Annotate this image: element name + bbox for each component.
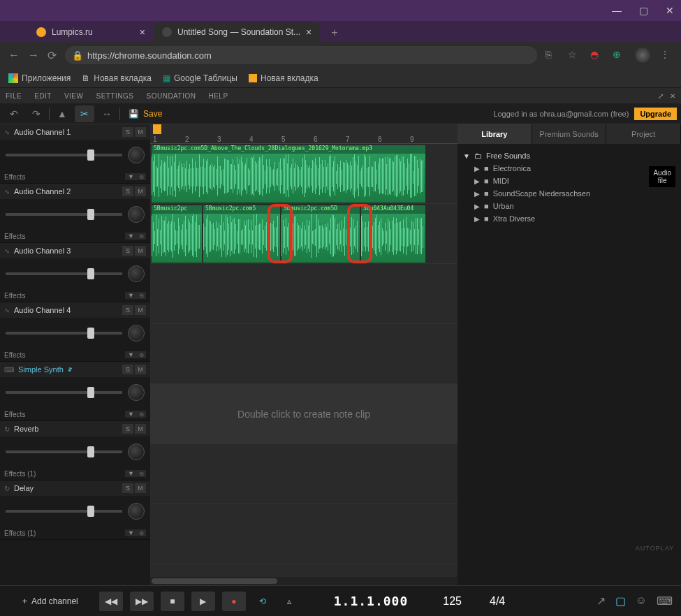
- solo-button[interactable]: S: [122, 483, 133, 493]
- chevron-down-icon[interactable]: ▼: [128, 411, 134, 418]
- pan-knob[interactable]: [128, 443, 145, 460]
- rewind-button[interactable]: ◀◀: [99, 592, 123, 611]
- scrollbar-thumb[interactable]: [152, 578, 277, 584]
- volume-slider[interactable]: [6, 272, 122, 275]
- chevron-down-icon[interactable]: ▼: [128, 233, 134, 240]
- fx-add-icon[interactable]: ⎋: [140, 529, 143, 536]
- add-channel-button[interactable]: + Add channel: [8, 596, 92, 606]
- volume-slider[interactable]: [6, 450, 122, 453]
- menu-help[interactable]: HELP: [208, 92, 228, 100]
- chevron-down-icon[interactable]: ▼: [128, 351, 134, 358]
- solo-button[interactable]: S: [122, 305, 133, 315]
- nav-forward-icon[interactable]: →: [28, 49, 39, 61]
- channel-fx-row[interactable]: Effects ▼⎋: [0, 289, 150, 302]
- nav-reload-icon[interactable]: ⟳: [47, 49, 57, 62]
- star-icon[interactable]: ☆: [568, 49, 580, 61]
- mute-button[interactable]: M: [135, 186, 146, 196]
- expand-icon[interactable]: ⤢: [658, 92, 664, 100]
- tree-item[interactable]: ▶■SoundScape Niedersachsen: [463, 187, 675, 200]
- channel-header[interactable]: ∿ Audio Channel 2 SM: [0, 184, 150, 199]
- pan-knob[interactable]: [128, 206, 145, 223]
- channel-header[interactable]: ↻ Delay SM: [0, 481, 150, 496]
- share-icon[interactable]: ↗: [596, 594, 606, 608]
- pan-knob[interactable]: [128, 265, 145, 282]
- autoplay-label[interactable]: AUTOPLAY: [636, 545, 674, 552]
- pointer-tool[interactable]: ▲: [52, 105, 72, 122]
- solo-button[interactable]: S: [122, 186, 133, 196]
- stretch-tool[interactable]: ↔: [97, 105, 117, 122]
- channel-header[interactable]: ∿ Audio Channel 3 SM: [0, 243, 150, 258]
- channel-fx-row[interactable]: Effects (1) ▼⎋: [0, 527, 150, 539]
- channel-fx-row[interactable]: Effects ▼⎋: [0, 408, 150, 420]
- audio-clip[interactable]: 5Bmusic2pc.com5D_Above_The_Clouds_28Dial…: [152, 145, 425, 203]
- fx-add-icon[interactable]: ⎋: [140, 173, 143, 180]
- tree-root[interactable]: ▼ 🗀 Free Sounds: [463, 149, 675, 162]
- position-display[interactable]: 1.1.1.000: [334, 594, 409, 608]
- tab-premium[interactable]: Premium Sounds: [532, 124, 607, 144]
- window-close[interactable]: ✕: [666, 5, 674, 16]
- tree-item[interactable]: ▶■Urban: [463, 200, 675, 212]
- pan-knob[interactable]: [128, 503, 145, 520]
- mute-button[interactable]: M: [135, 246, 146, 256]
- browser-tab-soundation[interactable]: Untitled Song — Soundation St... ×: [154, 22, 320, 42]
- channel-fx-row[interactable]: Effects ▼⎋: [0, 349, 150, 361]
- avatar[interactable]: [635, 47, 650, 63]
- solo-button[interactable]: S: [122, 127, 133, 137]
- window-maximize[interactable]: ▢: [639, 5, 648, 16]
- chevron-down-icon[interactable]: ▼: [128, 173, 134, 180]
- pan-knob[interactable]: [128, 384, 145, 401]
- menu-file[interactable]: FILE: [6, 92, 22, 100]
- close-tab-icon[interactable]: ×: [140, 27, 145, 38]
- tab-library[interactable]: Library: [457, 124, 532, 144]
- channel-header[interactable]: ∿ Audio Channel 4 SM: [0, 302, 150, 318]
- chevron-down-icon[interactable]: ▼: [128, 470, 134, 477]
- tempo-display[interactable]: 125: [443, 595, 462, 608]
- forward-button[interactable]: ▶▶: [130, 592, 154, 611]
- url-input[interactable]: 🔒 https://chrome.soundation.com: [65, 46, 537, 64]
- nav-back-icon[interactable]: ←: [8, 49, 20, 61]
- pan-knob[interactable]: [128, 325, 145, 342]
- fx-add-icon[interactable]: ⎋: [140, 411, 143, 418]
- mute-button[interactable]: M: [135, 127, 146, 137]
- timesig-display[interactable]: 4/4: [490, 595, 505, 608]
- channel-header[interactable]: ∿ Audio Channel 1 SM: [0, 124, 150, 140]
- menu-soundation[interactable]: SOUNDATION: [146, 92, 196, 100]
- mute-button[interactable]: M: [135, 305, 146, 315]
- browser-tab-lumpics[interactable]: Lumpics.ru ×: [28, 22, 154, 42]
- channel-header[interactable]: ⌨ Simple Synth ⇵ SM: [0, 362, 150, 377]
- mute-button[interactable]: M: [135, 483, 146, 493]
- folder-icon[interactable]: ▢: [615, 594, 626, 608]
- scissors-tool[interactable]: ✂: [75, 105, 94, 122]
- volume-slider[interactable]: [6, 154, 122, 156]
- menu-icon[interactable]: ⋮: [660, 49, 673, 61]
- bookmark-newtab[interactable]: 🗎 Новая вкладка: [82, 73, 152, 83]
- save-button[interactable]: 💾 Save: [123, 109, 168, 119]
- undo-button[interactable]: ↶: [4, 105, 24, 122]
- tree-item[interactable]: ▶■MIDI: [463, 175, 675, 187]
- playhead-marker[interactable]: [153, 124, 161, 134]
- solo-button[interactable]: S: [122, 365, 133, 374]
- close-tab-icon[interactable]: ×: [306, 27, 312, 38]
- face-icon[interactable]: ☺: [636, 594, 647, 608]
- synth-track-row[interactable]: Double click to create note clip: [150, 384, 457, 444]
- close-icon[interactable]: ✕: [670, 92, 676, 100]
- chevron-down-icon[interactable]: ▼: [128, 292, 134, 299]
- tree-item[interactable]: ▶■Xtra Diverse: [463, 212, 675, 225]
- upgrade-button[interactable]: Upgrade: [634, 108, 677, 120]
- mute-button[interactable]: M: [135, 424, 146, 434]
- volume-slider[interactable]: [6, 510, 122, 513]
- channel-header[interactable]: ↻ Reverb SM: [0, 421, 150, 437]
- track-row[interactable]: 5Bmusic2pc 5Bmusic2pc.com5 5Bmusic2pc.co…: [150, 204, 457, 264]
- loop-button[interactable]: ⟲: [253, 592, 272, 611]
- menu-edit[interactable]: EDIT: [34, 92, 52, 100]
- translate-icon[interactable]: ⎘: [545, 49, 558, 61]
- fx-add-icon[interactable]: ⎋: [140, 351, 143, 358]
- channel-fx-row[interactable]: Effects (1) ▼⎋: [0, 467, 150, 480]
- redo-button[interactable]: ↷: [27, 105, 46, 122]
- globe-icon[interactable]: ⊕: [613, 49, 625, 61]
- tab-project[interactable]: Project: [606, 124, 681, 144]
- track-row[interactable]: [150, 264, 457, 324]
- play-button[interactable]: ▶: [191, 592, 215, 611]
- volume-slider[interactable]: [6, 391, 122, 394]
- metronome-button[interactable]: ▵: [279, 592, 299, 611]
